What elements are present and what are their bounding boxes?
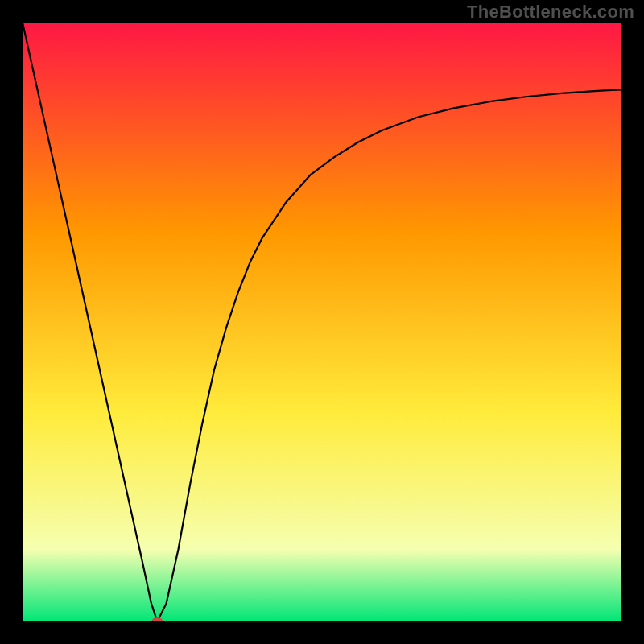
gradient-backdrop [23, 23, 621, 621]
chart-frame: TheBottleneck.com [0, 0, 644, 644]
watermark-label: TheBottleneck.com [467, 2, 634, 23]
plot-area [23, 23, 621, 621]
chart-svg [23, 23, 621, 621]
